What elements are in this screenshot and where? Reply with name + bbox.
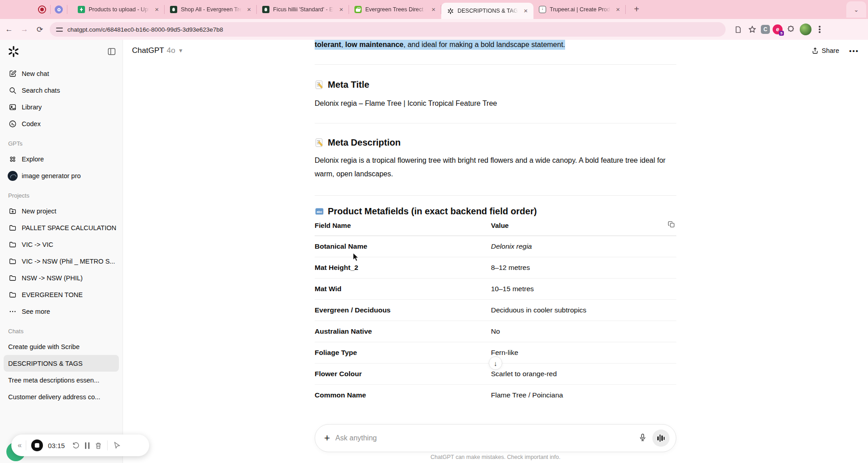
sidebar-item[interactable]: Tree meta descriptions essen...: [4, 372, 119, 388]
sidebar-item[interactable]: Create guide with Scribe: [4, 338, 119, 355]
sidebar-item[interactable]: EVERGREEN TONE: [4, 286, 119, 303]
close-tab-icon[interactable]: ×: [337, 5, 345, 14]
field-name-cell: Mat Wid: [315, 285, 491, 293]
url-text[interactable]: chatgpt.com/c/68481ec0-b16c-8000-99d5-3d…: [67, 26, 223, 33]
pause-recording-icon[interactable]: [85, 442, 90, 449]
close-tab-icon[interactable]: ×: [153, 5, 161, 14]
back-button[interactable]: ←: [3, 23, 15, 36]
sidebar-item[interactable]: VIC -> NSW (Phil _ METRO S...: [4, 253, 119, 269]
folder-icon: [8, 291, 17, 299]
browser-tab[interactable]: Products to upload - Upwork×: [72, 0, 165, 19]
sidebar-item-label: Library: [22, 104, 42, 111]
meta-title-text: Delonix regia – Flame Tree | Iconic Trop…: [315, 97, 673, 110]
sidebar-item-label: See more: [22, 308, 50, 315]
sidebar-item[interactable]: New project: [4, 203, 119, 219]
field-name-cell: Foliage Type: [315, 349, 491, 357]
metafields-heading: abc Product Metafields (in exact backend…: [315, 206, 676, 217]
extension-pink-icon[interactable]: e5: [773, 24, 783, 34]
stop-recording-button[interactable]: [31, 439, 43, 451]
profile-avatar[interactable]: [800, 24, 811, 35]
table-header-row: Field Name Value: [315, 222, 676, 236]
selection-segment: tolerant: [315, 41, 341, 48]
close-sidebar-icon[interactable]: [107, 47, 116, 58]
new-tab-button[interactable]: +: [630, 3, 643, 16]
browser-toolbar: ← → ⟳ chatgpt.com/c/68481ec0-b16c-8000-9…: [0, 19, 868, 40]
folder-icon: [8, 257, 17, 265]
search-icon: [8, 86, 17, 94]
value-cell: Delonix regia: [491, 242, 532, 250]
sidebar-item[interactable]: Customer delivery address co...: [4, 388, 119, 405]
tab-title: Shop All - Evergreen Trees Di: [181, 6, 241, 13]
model-selector[interactable]: ChatGPT 4o ▼: [132, 46, 184, 55]
collapse-toolbar-icon[interactable]: «: [18, 441, 21, 449]
metafields-table: Botanical NameDelonix regiaMat Height_28…: [315, 236, 676, 399]
sidebar-item[interactable]: Codex: [4, 115, 119, 132]
close-tab-icon[interactable]: ×: [614, 5, 622, 14]
tab-search-chevron-icon[interactable]: ⌄: [846, 1, 866, 18]
scroll-to-bottom-button[interactable]: ↓: [489, 356, 502, 370]
value-cell: Scarlet to orange-red: [491, 370, 557, 378]
record-indicator-icon[interactable]: [38, 5, 46, 14]
sidebar-item[interactable]: VIC -> VIC: [4, 236, 119, 253]
browser-tab[interactable]: Trupeer.ai | Create Product Vi×: [533, 0, 626, 19]
folder-icon: [8, 224, 17, 232]
extension-dot-icon[interactable]: [55, 5, 63, 14]
browser-tab[interactable]: Ficus hillii 'Standard' - Everg×: [257, 0, 349, 19]
table-row: Evergreen / DeciduousDeciduous in cooler…: [315, 300, 676, 321]
sidebar-item[interactable]: Explore: [4, 151, 119, 167]
microphone-icon[interactable]: [638, 433, 647, 444]
message-input[interactable]: [335, 434, 633, 442]
browser-tab[interactable]: DESCRIPTIONS & TAGS×: [441, 3, 533, 19]
browser-tab[interactable]: Shop All - Evergreen Trees Di×: [165, 0, 257, 19]
delete-recording-icon[interactable]: [94, 442, 102, 449]
copy-icon: [668, 221, 675, 228]
sidebar-item[interactable]: New chat: [4, 65, 119, 82]
sidebar-item[interactable]: Library: [4, 99, 119, 115]
reload-button[interactable]: ⟳: [33, 23, 46, 36]
new-chat-icon: [8, 70, 17, 78]
extensions-puzzle-icon[interactable]: [785, 24, 797, 35]
bookmark-star-icon[interactable]: [746, 24, 758, 35]
sidebar-item-label: Codex: [22, 120, 41, 128]
close-tab-icon[interactable]: ×: [522, 7, 530, 15]
close-tab-icon[interactable]: ×: [245, 5, 253, 14]
folder-plus-icon: [8, 207, 17, 215]
sidebar-item[interactable]: Search chats: [4, 82, 119, 99]
save-page-icon[interactable]: [732, 24, 744, 35]
value-cell: 10–15 metres: [491, 285, 534, 293]
close-tab-icon[interactable]: ×: [429, 5, 438, 14]
restart-recording-icon[interactable]: [72, 441, 80, 449]
selection-segment: , and ideal for making a bold landscape …: [403, 41, 565, 48]
table-row: Australian NativeNo: [315, 321, 676, 342]
forward-button[interactable]: →: [18, 23, 31, 36]
sidebar-item[interactable]: image generator pro: [4, 167, 119, 184]
browser-tab[interactable]: Evergreen Trees Direct - Prod×: [349, 0, 441, 19]
attach-plus-button[interactable]: +: [324, 432, 330, 444]
divider: [67, 5, 67, 14]
meta-title-heading: Meta Title: [315, 80, 676, 90]
conversation-options-button[interactable]: •••: [849, 47, 859, 55]
sidebar-item[interactable]: PALLET SPACE CALCULATION: [4, 219, 119, 236]
site-info-icon[interactable]: [56, 26, 63, 33]
sidebar-item[interactable]: DESCRIPTIONS & TAGS: [4, 355, 119, 372]
sidebar-item[interactable]: See more: [4, 303, 119, 320]
copy-table-button[interactable]: [668, 221, 675, 230]
sidebar-item-label: Search chats: [22, 87, 60, 94]
sidebar-item-label: EVERGREEN TONE: [22, 291, 83, 298]
address-bar[interactable]: chatgpt.com/c/68481ec0-b16c-8000-99d5-3d…: [50, 22, 726, 37]
main-panel: ChatGPT 4o ▼ Share ••• tolerant, low mai…: [123, 40, 868, 463]
browser-menu-icon[interactable]: [814, 26, 825, 33]
selection-segment: low maintenance: [345, 41, 404, 48]
value-cell: Deciduous in cooler subtropics: [491, 306, 586, 314]
divider: [107, 440, 108, 450]
cursor-tool-icon[interactable]: [113, 442, 120, 449]
chatgpt-app: New chatSearch chatsLibraryCodex GPTsExp…: [0, 40, 868, 463]
extension-c-icon[interactable]: C: [761, 25, 770, 34]
share-button[interactable]: Share: [811, 47, 840, 54]
voice-mode-button[interactable]: [652, 430, 670, 447]
extension-badge: 5: [779, 31, 784, 36]
sidebar-item[interactable]: NSW -> NSW (PHIL): [4, 269, 119, 286]
folder-icon: [8, 274, 17, 282]
table-row: Mat Height_28–12 metres: [315, 257, 676, 279]
field-name-cell: Botanical Name: [315, 242, 491, 250]
